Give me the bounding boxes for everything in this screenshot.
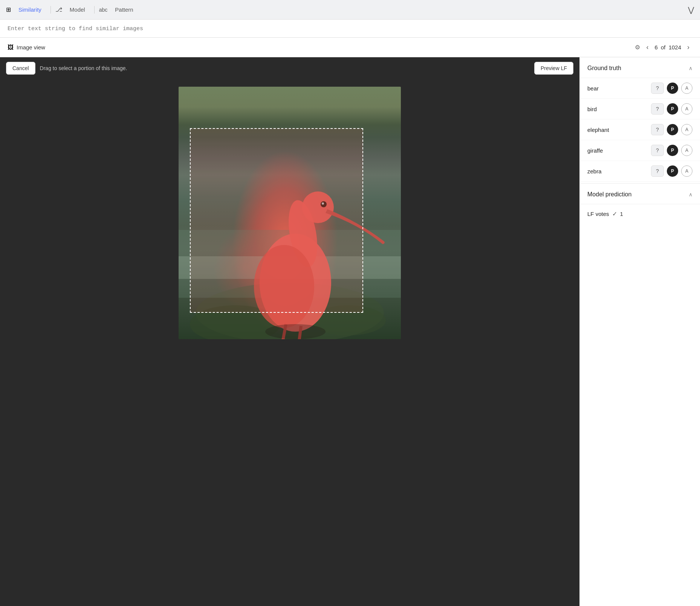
gt-p-bird[interactable]: P bbox=[667, 103, 678, 115]
page-indicator: 6 of 1024 bbox=[654, 44, 681, 50]
tab-similarity-label: Similarity bbox=[18, 6, 41, 13]
gt-row-zebra: zebra ? P A bbox=[580, 161, 700, 182]
gt-a-giraffe[interactable]: A bbox=[681, 145, 692, 156]
gt-a-zebra[interactable]: A bbox=[681, 165, 692, 177]
bird-svg bbox=[179, 87, 401, 339]
main-image[interactable] bbox=[179, 87, 401, 339]
gt-p-giraffe[interactable]: P bbox=[667, 145, 678, 156]
gt-question-bear[interactable]: ? bbox=[651, 83, 664, 94]
search-input[interactable] bbox=[8, 26, 692, 32]
svg-point-7 bbox=[302, 191, 334, 223]
gt-p-bear[interactable]: P bbox=[667, 83, 678, 94]
of-label: of bbox=[661, 44, 666, 50]
lf-votes-check-icon: ✓ bbox=[612, 210, 617, 217]
total-pages: 1024 bbox=[669, 44, 681, 50]
image-view-label: Image view bbox=[17, 44, 45, 50]
preview-lf-button[interactable]: Preview LF bbox=[534, 62, 573, 75]
current-page: 6 bbox=[654, 44, 657, 50]
tab-similarity[interactable]: Similarity bbox=[14, 4, 46, 15]
gt-controls-elephant: ? P A bbox=[651, 124, 692, 135]
pattern-icon: abc bbox=[99, 7, 108, 13]
cancel-button[interactable]: Cancel bbox=[6, 62, 35, 75]
gt-p-zebra[interactable]: P bbox=[667, 165, 678, 177]
gt-label-bear: bear bbox=[587, 85, 651, 92]
pagination-controls: ‹ 6 of 1024 › bbox=[643, 42, 692, 53]
gt-row-elephant: elephant ? P A bbox=[580, 119, 700, 140]
next-page-button[interactable]: › bbox=[684, 42, 692, 53]
gt-question-giraffe[interactable]: ? bbox=[651, 145, 664, 156]
gt-a-bird[interactable]: A bbox=[681, 103, 692, 115]
gt-question-zebra[interactable]: ? bbox=[651, 165, 664, 177]
gt-label-giraffe: giraffe bbox=[587, 147, 651, 154]
gt-a-elephant[interactable]: A bbox=[681, 124, 692, 135]
search-bar bbox=[0, 20, 700, 38]
gt-controls-bird: ? P A bbox=[651, 103, 692, 115]
gear-icon[interactable]: ⚙ bbox=[635, 44, 640, 51]
svg-point-10 bbox=[254, 245, 314, 328]
tab-model[interactable]: Model bbox=[65, 4, 90, 15]
gt-label-bird: bird bbox=[587, 106, 651, 112]
lf-votes-label: LF votes bbox=[587, 211, 609, 217]
image-wrapper bbox=[179, 87, 401, 339]
gt-controls-bear: ? P A bbox=[651, 83, 692, 94]
image-view-icon: 🖼 bbox=[8, 44, 14, 51]
svg-point-9 bbox=[322, 202, 324, 205]
svg-point-16 bbox=[265, 324, 326, 339]
image-view-header: 🖼 Image view ⚙ ‹ 6 of 1024 › bbox=[0, 38, 700, 57]
image-panel: Cancel Drag to select a portion of this … bbox=[0, 57, 579, 606]
gt-p-elephant[interactable]: P bbox=[667, 124, 678, 135]
tab-divider-1 bbox=[50, 6, 51, 14]
prev-page-button[interactable]: ‹ bbox=[643, 42, 651, 53]
ground-truth-header: Ground truth ∧ bbox=[580, 57, 700, 78]
ground-truth-title: Ground truth bbox=[587, 65, 621, 72]
tab-pattern-label: Pattern bbox=[115, 6, 133, 13]
image-container bbox=[0, 79, 579, 606]
drag-hint: Drag to select a portion of this image. bbox=[40, 65, 530, 71]
gt-label-zebra: zebra bbox=[587, 168, 651, 174]
gt-label-elephant: elephant bbox=[587, 127, 651, 133]
similarity-icon: ⊞ bbox=[6, 6, 11, 13]
lf-votes-row: LF votes ✓ 1 bbox=[580, 204, 700, 223]
lf-votes-count: 1 bbox=[620, 211, 623, 217]
gt-controls-zebra: ? P A bbox=[651, 165, 692, 177]
main-content: Cancel Drag to select a portion of this … bbox=[0, 57, 700, 606]
gt-controls-giraffe: ? P A bbox=[651, 145, 692, 156]
right-panel: Ground truth ∧ bear ? P A bird bbox=[579, 57, 700, 606]
gt-question-elephant[interactable]: ? bbox=[651, 124, 664, 135]
gt-a-bear[interactable]: A bbox=[681, 83, 692, 94]
model-prediction-header: Model prediction ∧ bbox=[580, 184, 700, 204]
top-navigation: ⊞ Similarity ⎇ Model abc Pattern ⋁ bbox=[0, 0, 700, 20]
filter-icon[interactable]: ⋁ bbox=[688, 5, 694, 14]
tab-divider-2 bbox=[94, 6, 95, 14]
model-prediction-chevron[interactable]: ∧ bbox=[689, 191, 692, 197]
gt-row-giraffe: giraffe ? P A bbox=[580, 140, 700, 161]
ground-truth-chevron[interactable]: ∧ bbox=[689, 65, 692, 71]
model-prediction-title: Model prediction bbox=[587, 191, 631, 198]
gt-row-bear: bear ? P A bbox=[580, 78, 700, 99]
model-icon: ⎇ bbox=[55, 6, 62, 13]
tab-pattern[interactable]: Pattern bbox=[110, 4, 138, 15]
model-prediction-section: Model prediction ∧ bbox=[580, 183, 700, 204]
tab-model-label: Model bbox=[70, 6, 85, 13]
image-toolbar: Cancel Drag to select a portion of this … bbox=[0, 57, 579, 79]
gt-question-bird[interactable]: ? bbox=[651, 103, 664, 115]
gt-row-bird: bird ? P A bbox=[580, 99, 700, 119]
